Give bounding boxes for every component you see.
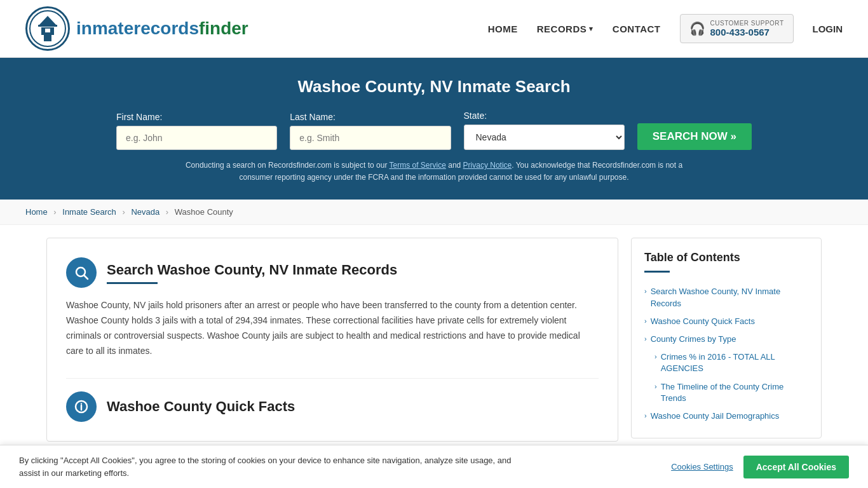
content-area: Search Washoe County, NV Inmate Records …: [46, 238, 618, 441]
cookie-banner: By clicking "Accept All Cookies", you ag…: [0, 445, 868, 454]
toc-item-3: › County Crimes by Type: [644, 330, 808, 348]
last-name-label: Last Name:: [290, 112, 451, 122]
search-disclaimer: Conducting a search on Recordsfinder.com…: [180, 159, 688, 184]
toc-link-6[interactable]: Washoe County Jail Demographics: [651, 410, 780, 422]
toc-item-6: › Washoe County Jail Demographics: [644, 407, 808, 425]
support-info: CUSTOMER SUPPORT 800-433-0567: [710, 20, 784, 37]
toc-chevron-4: ›: [654, 353, 657, 360]
first-name-input[interactable]: [116, 126, 277, 150]
info-section-icon: [66, 391, 97, 422]
main-content: Search Washoe County, NV Inmate Records …: [27, 238, 841, 441]
nav-records[interactable]: RECORDS ▾: [537, 24, 593, 34]
toc-link-1[interactable]: Search Washoe County, NV Inmate Records: [651, 286, 808, 309]
search-button[interactable]: SEARCH NOW »: [637, 123, 752, 150]
breadcrumb-inmate-search[interactable]: Inmate Search: [62, 207, 116, 217]
search-banner: Washoe County, NV Inmate Search First Na…: [0, 58, 868, 200]
section1-text: Washoe County, NV jails hold prisoners a…: [66, 298, 599, 358]
breadcrumb-sep-1: ›: [53, 207, 56, 217]
state-group: State: Nevada Alabama Alaska Arizona Cal…: [464, 111, 625, 150]
toc-link-4[interactable]: Crimes % in 2016 - TOTAL ALL AGENCIES: [661, 351, 808, 374]
section2-header: Washoe County Quick Facts: [66, 378, 599, 422]
site-header: inmaterecordsfinder HOME RECORDS ▾ CONTA…: [0, 0, 868, 58]
nav-contact[interactable]: CONTACT: [613, 24, 661, 34]
toc-link-5[interactable]: The Timeline of the County Crime Trends: [661, 381, 808, 404]
privacy-link[interactable]: Privacy Notice: [463, 161, 512, 170]
headset-icon: 🎧: [689, 21, 705, 36]
svg-rect-5: [45, 29, 50, 32]
toc-divider: [644, 271, 670, 273]
state-select[interactable]: Nevada Alabama Alaska Arizona California…: [464, 125, 625, 150]
search-form: First Name: Last Name: State: Nevada Ala…: [116, 111, 752, 150]
logo-area: inmaterecordsfinder: [25, 6, 248, 51]
toc-item-2: › Washoe County Quick Facts: [644, 313, 808, 330]
search-section-icon: [66, 257, 97, 288]
section1-header: Search Washoe County, NV Inmate Records: [66, 257, 599, 288]
nav-login[interactable]: LOGIN: [813, 24, 843, 34]
toc-chevron-1: ›: [644, 287, 647, 295]
page-title: Washoe County, NV Inmate Search: [25, 77, 843, 97]
toc-chevron-3: ›: [644, 335, 647, 342]
last-name-input[interactable]: [290, 126, 451, 150]
section1-title: Search Washoe County, NV Inmate Records: [107, 262, 397, 278]
svg-point-10: [81, 403, 82, 404]
toc-chevron-2: ›: [644, 317, 647, 325]
state-label: State:: [464, 111, 625, 121]
logo-text: inmaterecordsfinder: [76, 18, 248, 39]
section1-underline: [107, 282, 158, 284]
tos-link[interactable]: Terms of Service: [390, 161, 446, 170]
breadcrumb-sep-3: ›: [166, 207, 168, 217]
sidebar: Table of Contents › Search Washoe County…: [631, 238, 822, 438]
section1-body: Washoe County, NV jails hold prisoners a…: [66, 298, 599, 358]
toc-item-4: › Crimes % in 2016 - TOTAL ALL AGENCIES: [644, 348, 808, 377]
breadcrumb: Home › Inmate Search › Nevada › Washoe C…: [0, 200, 868, 225]
section1-title-wrap: Search Washoe County, NV Inmate Records: [107, 262, 397, 284]
logo-icon: [25, 6, 70, 51]
first-name-label: First Name:: [116, 112, 277, 122]
toc-link-3[interactable]: County Crimes by Type: [651, 334, 736, 345]
toc-title: Table of Contents: [644, 251, 808, 264]
svg-rect-4: [38, 25, 57, 27]
svg-line-7: [85, 276, 88, 280]
breadcrumb-home[interactable]: Home: [25, 207, 48, 217]
first-name-group: First Name:: [116, 112, 277, 150]
toc-link-2[interactable]: Washoe County Quick Facts: [651, 316, 755, 327]
main-nav: HOME RECORDS ▾ CONTACT 🎧 CUSTOMER SUPPOR…: [488, 14, 843, 43]
toc-chevron-5: ›: [654, 383, 657, 390]
toc-chevron-6: ›: [644, 412, 647, 419]
toc-item-1: › Search Washoe County, NV Inmate Record…: [644, 283, 808, 312]
section2-title: Washoe County Quick Facts: [107, 398, 295, 415]
customer-support-button[interactable]: 🎧 CUSTOMER SUPPORT 800-433-0567: [680, 14, 794, 43]
records-chevron-icon: ▾: [589, 25, 593, 33]
breadcrumb-nevada[interactable]: Nevada: [131, 207, 159, 217]
nav-home[interactable]: HOME: [488, 24, 518, 34]
last-name-group: Last Name:: [290, 112, 451, 150]
toc-item-5: › The Timeline of the County Crime Trend…: [644, 378, 808, 407]
svg-marker-3: [38, 16, 57, 26]
breadcrumb-current: Washoe County: [175, 207, 233, 217]
breadcrumb-sep-2: ›: [122, 207, 125, 217]
